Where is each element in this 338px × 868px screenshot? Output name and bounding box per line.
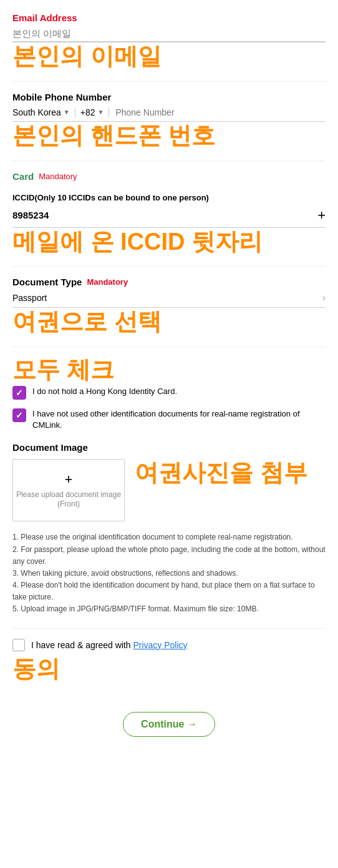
divider-1	[12, 81, 326, 82]
upload-box[interactable]: + Please upload document image (Front)	[12, 459, 125, 521]
chevron-down-icon: ▼	[64, 109, 70, 116]
phone-input[interactable]	[109, 107, 326, 117]
phone-annotation: 본인의 핸드폰 번호	[12, 123, 326, 149]
country-code: +82 ▼	[75, 107, 110, 117]
instruction-4: 4. Please don't hold the identification …	[12, 579, 326, 603]
country-select[interactable]: South Korea ▼	[12, 107, 75, 117]
doc-type-label: Document Type	[12, 277, 82, 287]
iccid-annotation: 메일에 온 ICCID 뒷자리	[12, 229, 326, 255]
chevron-right-icon: ›	[322, 292, 326, 303]
instruction-2: 2. For passport, please upload the whole…	[12, 544, 326, 568]
country-name: South Korea	[12, 107, 61, 117]
doc-type-label-row: Document Type Mandatory	[12, 277, 326, 287]
checkbox-1[interactable]: ✓	[12, 386, 26, 400]
agree-row: I have read & agreed with Privacy Policy	[12, 639, 326, 651]
checkboxes-section: 모두 체크 ✓ I do not hold a Hong Kong Identi…	[12, 357, 326, 431]
chevron-down-icon-2: ▼	[98, 109, 104, 116]
checkbox-row-1: ✓ I do not hold a Hong Kong Identity Car…	[12, 386, 326, 400]
iccid-value: 8985234	[12, 210, 49, 220]
instruction-5: 5. Upload image in JPG/PNG/BMP/TIFF form…	[12, 603, 326, 615]
email-input[interactable]	[12, 26, 326, 42]
doc-image-annotation: 여권사진을 첨부	[135, 460, 307, 486]
iccid-row: 8985234 +	[12, 207, 326, 228]
doc-type-select[interactable]: Passport ›	[12, 292, 326, 308]
doc-image-label: Document Image	[12, 442, 326, 453]
add-iccid-button[interactable]: +	[317, 207, 326, 224]
checkbox-text-1: I do not hold a Hong Kong Identity Card.	[32, 386, 177, 397]
iccid-section: ICCID(Only 10 ICCIDs can be bound to one…	[12, 193, 326, 255]
checkbox-text-2: I have not used other identification doc…	[32, 408, 326, 431]
checkboxes-annotation: 모두 체크	[12, 357, 326, 383]
continue-button[interactable]: Continue →	[123, 712, 215, 737]
doc-type-annotation: 여권으로 선택	[12, 309, 326, 335]
card-mandatory: Mandatory	[39, 172, 77, 181]
bottom-area: Continue →	[12, 693, 326, 737]
agree-section: I have read & agreed with Privacy Policy…	[12, 639, 326, 683]
instruction-3: 3. When taking picture, avoid obstructio…	[12, 568, 326, 579]
doc-type-mandatory: Mandatory	[87, 277, 128, 287]
mobile-phone-section: Mobile Phone Number South Korea ▼ +82 ▼ …	[12, 92, 326, 149]
agree-checkbox[interactable]	[12, 639, 25, 651]
doc-type-value: Passport	[12, 293, 47, 303]
upload-text: Please upload document image (Front)	[13, 490, 124, 510]
iccid-label: ICCID(Only 10 ICCIDs can be bound to one…	[12, 193, 326, 202]
document-image-section: Document Image + Please upload document …	[12, 442, 326, 521]
divider-4	[12, 347, 326, 347]
checkbox-2[interactable]: ✓	[12, 408, 26, 422]
checkbox-row-2: ✓ I have not used other identification d…	[12, 408, 326, 431]
email-section: Email Address 본인의 이메일	[12, 12, 326, 70]
email-annotation: 본인의 이메일	[12, 44, 326, 70]
card-section: Card Mandatory	[12, 171, 326, 182]
phone-row: South Korea ▼ +82 ▼	[12, 107, 326, 122]
agree-annotation: 동의	[12, 656, 326, 683]
checkmark-2: ✓	[16, 410, 23, 420]
email-label: Email Address	[12, 12, 326, 23]
mobile-phone-label: Mobile Phone Number	[12, 92, 326, 102]
card-label-row: Card Mandatory	[12, 171, 326, 182]
divider-2	[12, 160, 326, 161]
divider-3	[12, 266, 326, 267]
divider-5	[12, 628, 326, 629]
card-label: Card	[12, 171, 34, 182]
privacy-policy-link[interactable]: Privacy Policy	[133, 640, 187, 650]
instructions: 1. Please use the original identificatio…	[12, 531, 326, 615]
document-type-section: Document Type Mandatory Passport › 여권으로 …	[12, 277, 326, 335]
checkmark-1: ✓	[16, 388, 23, 398]
instruction-1: 1. Please use the original identificatio…	[12, 531, 326, 543]
agree-text: I have read & agreed with Privacy Policy	[31, 640, 188, 650]
upload-plus-icon: +	[65, 471, 73, 488]
